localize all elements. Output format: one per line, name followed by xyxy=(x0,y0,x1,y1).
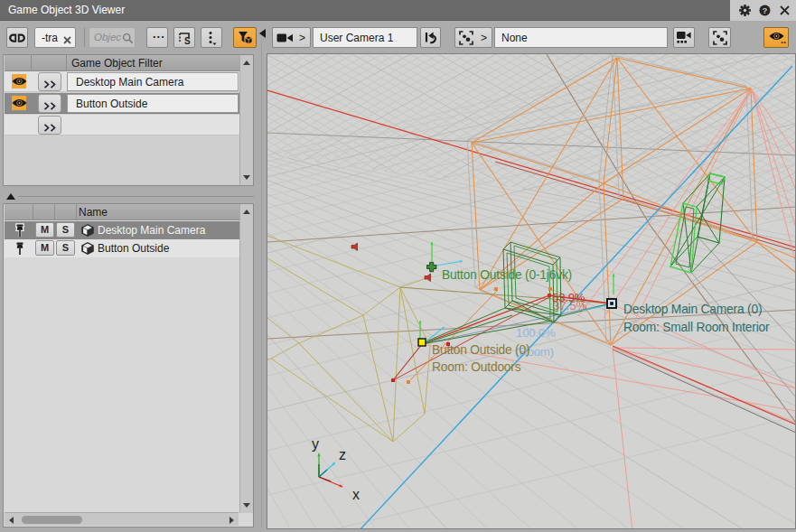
svg-text:Desktop Main Camera (0): Desktop Main Camera (0) xyxy=(623,303,762,316)
svg-text:Room: Small Room Interior: Room: Small Room Interior xyxy=(623,321,770,334)
svg-text:Button Outside (0): Button Outside (0) xyxy=(432,343,529,357)
svg-text:100.0%: 100.0% xyxy=(516,326,556,340)
svg-text:37.5%: 37.5% xyxy=(553,299,586,313)
svg-text:y: y xyxy=(312,436,319,452)
svg-text:S: S xyxy=(184,36,191,45)
svg-text:Room: Outdoors: Room: Outdoors xyxy=(432,360,521,374)
svg-text:x: x xyxy=(352,487,360,502)
svg-text:?: ? xyxy=(763,5,768,15)
svg-text:Button Outside (0-1j6vk): Button Outside (0-1j6vk) xyxy=(442,268,572,282)
svg-text:z: z xyxy=(339,447,346,462)
